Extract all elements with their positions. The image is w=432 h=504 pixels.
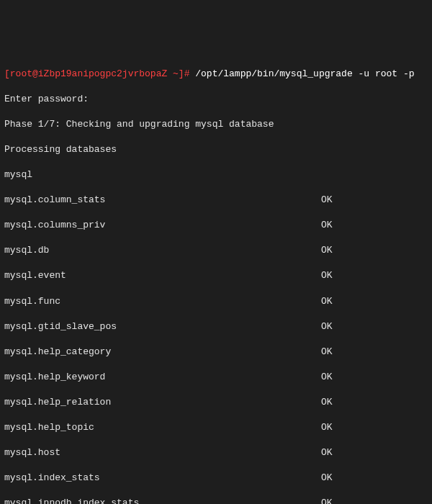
status-ok: OK (321, 244, 333, 257)
table-row: mysql.eventOK (4, 269, 428, 282)
status-ok: OK (321, 320, 333, 333)
status-ok: OK (321, 446, 333, 459)
table-row: mysql.help_categoryOK (4, 346, 428, 359)
table-name: mysql.db (4, 244, 321, 257)
status-ok: OK (321, 346, 333, 359)
table-row: mysql.column_statsOK (4, 194, 428, 207)
table-name: mysql.help_topic (4, 421, 321, 434)
table-name: mysql.func (4, 295, 321, 308)
table-row: mysql.dbOK (4, 244, 428, 257)
prompt-user-host: [root@iZbp19anipogpc2jvrbopaZ ~]# (4, 68, 195, 79)
table-row: mysql.help_keywordOK (4, 371, 428, 384)
table-row: mysql.help_topicOK (4, 421, 428, 434)
status-ok: OK (321, 497, 333, 504)
prompt-line: [root@iZbp19anipogpc2jvrbopaZ ~]# /opt/l… (4, 68, 428, 81)
output-line: Enter password: (4, 93, 428, 106)
table-name: mysql.index_stats (4, 472, 321, 485)
status-ok: OK (321, 269, 333, 282)
table-row: mysql.columns_privOK (4, 219, 428, 232)
table-row: mysql.gtid_slave_posOK (4, 320, 428, 333)
status-ok: OK (321, 194, 333, 207)
table-name: mysql.event (4, 269, 321, 282)
table-row: mysql.funcOK (4, 295, 428, 308)
status-ok: OK (321, 219, 333, 232)
status-ok: OK (321, 472, 333, 485)
table-name: mysql.columns_priv (4, 219, 321, 232)
table-name: mysql.help_relation (4, 396, 321, 409)
table-name: mysql.gtid_slave_pos (4, 320, 321, 333)
table-name: mysql.help_keyword (4, 371, 321, 384)
status-ok: OK (321, 371, 333, 384)
table-name: mysql.help_category (4, 346, 321, 359)
output-line: Processing databases (4, 143, 428, 156)
output-line: Phase 1/7: Checking and upgrading mysql … (4, 118, 428, 131)
prompt-command: /opt/lampp/bin/mysql_upgrade -u root -p (195, 68, 414, 79)
table-name: mysql.innodb_index_stats (4, 497, 321, 504)
status-ok: OK (321, 421, 333, 434)
table-name: mysql.host (4, 446, 321, 459)
output-line: mysql (4, 168, 428, 181)
table-row: mysql.index_statsOK (4, 472, 428, 485)
table-row: mysql.innodb_index_statsOK (4, 497, 428, 504)
status-ok: OK (321, 295, 333, 308)
status-ok: OK (321, 396, 333, 409)
table-name: mysql.column_stats (4, 194, 321, 207)
terminal-output: [root@iZbp19anipogpc2jvrbopaZ ~]# /opt/l… (4, 55, 428, 504)
table-row: mysql.help_relationOK (4, 396, 428, 409)
table-row: mysql.hostOK (4, 446, 428, 459)
